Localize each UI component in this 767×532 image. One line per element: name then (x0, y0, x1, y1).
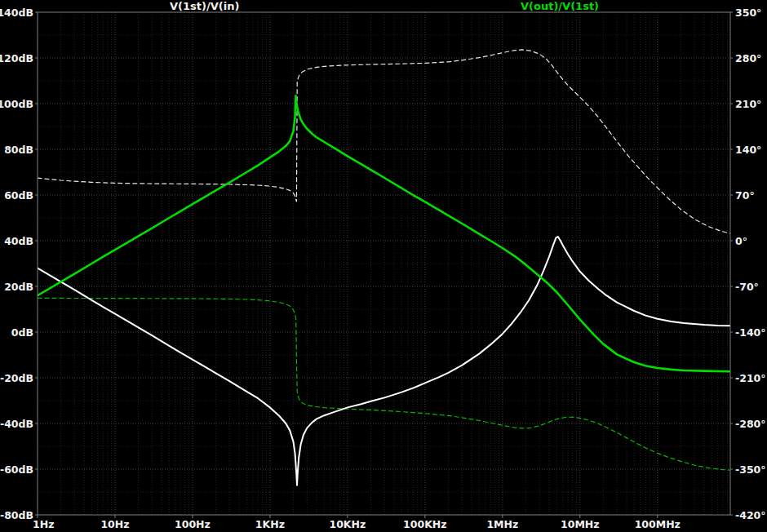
y-right-tick-label[interactable]: 70° (735, 189, 755, 202)
y-left-tick-label[interactable]: 0dB (11, 326, 33, 339)
trace-label-v1st-vin[interactable]: V(1st)/V(in) (170, 0, 239, 11)
y-left-tick-label[interactable]: -60dB (0, 463, 33, 476)
y-right-tick-label[interactable]: 0° (735, 235, 747, 247)
y-left-tick-label[interactable]: 140dB (0, 7, 33, 19)
y-left-tick-label[interactable]: 100dB (0, 98, 33, 110)
x-tick-label[interactable]: 10KHz (329, 518, 366, 530)
y-left-tick-label[interactable]: -20dB (0, 372, 33, 384)
x-tick-label[interactable]: 10Hz (100, 518, 129, 530)
x-tick-label[interactable]: 100MHz (635, 518, 681, 530)
bode-plot-pane[interactable]: 140dB120dB100dB80dB60dB40dB20dB0dB-20dB-… (0, 0, 767, 532)
y-right-tick-label[interactable]: 140° (735, 144, 761, 156)
y-left-tick-label[interactable]: 40dB (4, 235, 33, 247)
x-tick-label[interactable]: 10MHz (561, 518, 600, 530)
x-tick-label[interactable]: 1MHz (486, 518, 518, 530)
y-left-tick-label[interactable]: 20dB (4, 281, 33, 293)
y-left-tick-label[interactable]: 60dB (4, 189, 33, 202)
y-right-tick-label[interactable]: -420° (735, 509, 766, 521)
y-right-tick-label[interactable]: -70° (735, 281, 759, 293)
x-tick-label[interactable]: 100KHz (403, 518, 447, 530)
y-right-tick-label[interactable]: -280° (735, 418, 766, 430)
y-right-tick-label[interactable]: -350° (735, 463, 766, 476)
y-left-tick-label[interactable]: 80dB (4, 144, 33, 156)
y-right-tick-label[interactable]: 350° (735, 7, 761, 19)
waveform-viewer: 140dB120dB100dB80dB60dB40dB20dB0dB-20dB-… (0, 0, 767, 532)
y-left-tick-label[interactable]: -40dB (0, 418, 33, 430)
x-tick-label[interactable]: 1Hz (33, 518, 54, 530)
bode-plot-svg[interactable]: 140dB120dB100dB80dB60dB40dB20dB0dB-20dB-… (0, 0, 767, 532)
y-right-tick-label[interactable]: -140° (735, 326, 766, 339)
y-right-tick-label[interactable]: -210° (735, 372, 766, 384)
trace-label-vout-v1st[interactable]: V(out)/V(1st) (521, 0, 599, 11)
y-left-tick-label[interactable]: -80dB (0, 509, 33, 521)
plot-background (0, 0, 767, 532)
x-tick-label[interactable]: 100Hz (175, 518, 211, 530)
y-right-tick-label[interactable]: 210° (735, 98, 761, 110)
y-left-tick-label[interactable]: 120dB (0, 52, 33, 64)
y-right-tick-label[interactable]: 280° (735, 52, 761, 64)
x-tick-label[interactable]: 1KHz (255, 518, 285, 530)
